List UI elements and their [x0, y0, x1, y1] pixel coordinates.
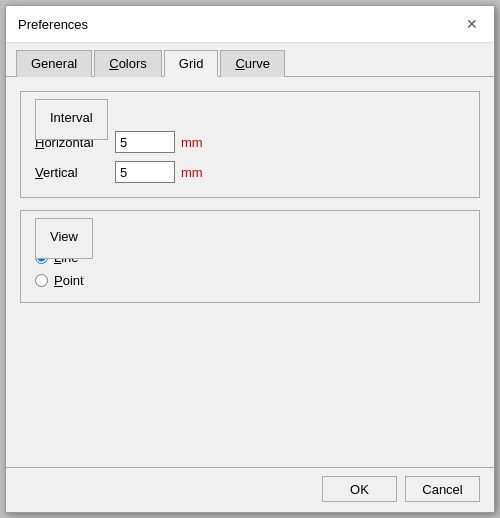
view-group-label: View	[35, 218, 93, 259]
button-bar: OK Cancel	[6, 467, 494, 512]
vertical-label: Vertical	[35, 165, 115, 180]
title-bar: Preferences ✕	[6, 6, 494, 43]
vertical-unit: mm	[181, 165, 203, 180]
horizontal-input[interactable]	[115, 131, 175, 153]
line-radio-row: Line	[35, 250, 465, 265]
preferences-dialog: Preferences ✕ General Colors Grid Curve …	[5, 5, 495, 513]
vertical-row: Vertical mm	[35, 161, 465, 183]
tab-colors-label: Colors	[109, 56, 147, 71]
tab-content: Interval Horizontal mm Vertical mm	[6, 77, 494, 467]
content-spacer	[20, 315, 480, 453]
tab-general[interactable]: General	[16, 50, 92, 77]
vertical-input[interactable]	[115, 161, 175, 183]
point-radio-row: Point	[35, 273, 465, 288]
tab-colors[interactable]: Colors	[94, 50, 162, 77]
tab-general-label: General	[31, 56, 77, 71]
horizontal-unit: mm	[181, 135, 203, 150]
ok-button[interactable]: OK	[322, 476, 397, 502]
view-options: Line Point	[35, 250, 465, 288]
point-radio-label[interactable]: Point	[54, 273, 84, 288]
tab-grid-label: Grid	[179, 56, 204, 71]
interval-group: Interval Horizontal mm Vertical mm	[20, 91, 480, 198]
cancel-button[interactable]: Cancel	[405, 476, 480, 502]
point-radio[interactable]	[35, 274, 48, 287]
tab-curve[interactable]: Curve	[220, 50, 285, 77]
tab-curve-label: Curve	[235, 56, 270, 71]
view-group: View Line Point	[20, 210, 480, 303]
tab-bar: General Colors Grid Curve	[6, 43, 494, 77]
vertical-underline-char: V	[35, 165, 43, 180]
interval-group-label: Interval	[35, 99, 108, 140]
close-button[interactable]: ✕	[462, 14, 482, 34]
tab-grid[interactable]: Grid	[164, 50, 219, 77]
dialog-title: Preferences	[18, 17, 88, 32]
